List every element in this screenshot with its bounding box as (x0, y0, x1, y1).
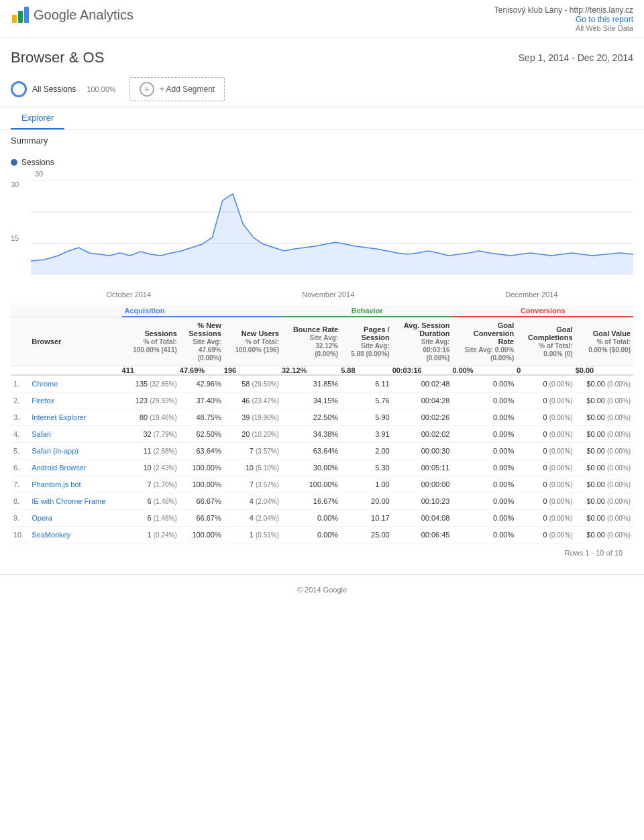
page-title-bar: Browser & OS Sep 1, 2014 - Dec 20, 2014 (0, 38, 644, 72)
totals-new-users: 196 (224, 366, 282, 376)
row-goal-conv: 0.00% (452, 510, 517, 527)
browser-col-header (11, 305, 122, 317)
row-pct-new: 37.40% (180, 392, 224, 409)
go-to-report-link[interactable]: Go to this report (576, 15, 633, 24)
all-sessions-segment[interactable]: All Sessions 100.00% (11, 81, 116, 97)
totals-sessions: 411 (122, 366, 180, 376)
row-sessions: 6 (1.46%) (122, 510, 180, 527)
segment-bar: All Sessions 100.00% + + Add Segment (0, 72, 644, 107)
browser-link[interactable]: Chrome (32, 380, 58, 388)
row-pages: 3.91 (341, 426, 392, 443)
page-title: Browser & OS (11, 49, 104, 66)
row-goal-val: $0.00 (0.00%) (576, 409, 633, 426)
row-duration: 00:02:02 (392, 426, 453, 443)
row-goal-conv: 0.00% (452, 460, 517, 476)
segment-pct: 100.00% (87, 85, 115, 93)
row-pct-new: 48.75% (180, 409, 224, 426)
row-duration: 00:02:48 (392, 375, 453, 392)
row-goal-val: $0.00 (0.00%) (576, 460, 633, 476)
totals-pages: 5.88 (341, 366, 392, 376)
row-browser: Chrome (29, 375, 121, 392)
table-row: 2. Firefox 123 (29.93%) 37.40% 46 (23.47… (11, 392, 633, 409)
row-goal-val: $0.00 (0.00%) (576, 375, 633, 392)
th-goal-conv: GoalConversionRateSite Avg: 0.00%(0.00%) (452, 317, 517, 366)
row-bounce: 34.38% (282, 426, 341, 443)
x-label-nov: November 2014 (302, 291, 354, 299)
row-goal-val: $0.00 (0.00%) (576, 443, 633, 460)
row-pages: 25.00 (341, 527, 392, 543)
table-row: 7. Phantom.js bot 7 (1.70%) 100.00% 7 (3… (11, 476, 633, 493)
row-browser: Firefox (29, 392, 121, 409)
row-pct-new: 63.64% (180, 443, 224, 460)
row-browser: Safari (29, 426, 121, 443)
chart-svg (31, 180, 633, 274)
row-num: 8. (11, 493, 29, 510)
browser-link[interactable]: Internet Explorer (32, 413, 86, 421)
row-goal-conv: 0.00% (452, 409, 517, 426)
data-table: Acquisition Behavior Conversions Browser… (11, 305, 633, 543)
behavior-group-header: Behavior (282, 305, 452, 317)
row-goal-conv: 0.00% (452, 426, 517, 443)
totals-row: 411 47.69% 196 32.12% 5.88 00:03:16 0.00… (11, 366, 633, 376)
th-goal-val: Goal Value% of Total:0.00% ($0.00) (576, 317, 633, 366)
row-goal-val: $0.00 (0.00%) (576, 493, 633, 510)
acquisition-group-header: Acquisition (122, 305, 282, 317)
browser-link[interactable]: Opera (32, 514, 52, 522)
table-row: 8. IE with Chrome Frame 6 (1.46%) 66.67%… (11, 493, 633, 510)
summary-label: Summary (0, 130, 644, 151)
row-num: 6. (11, 460, 29, 476)
row-new-users: 7 (3.57%) (224, 476, 282, 493)
row-num: 10. (11, 527, 29, 543)
row-goal-comp: 0 (0.00%) (517, 443, 575, 460)
browser-link[interactable]: Safari (in-app) (32, 447, 78, 455)
browser-link[interactable]: Firefox (32, 397, 54, 405)
column-headers-row: Browser Sessions% of Total:100.00% (411)… (11, 317, 633, 366)
row-duration: 00:00:00 (392, 476, 453, 493)
table-row: 5. Safari (in-app) 11 (2.68%) 63.64% 7 (… (11, 443, 633, 460)
th-new-users: New Users% of Total:100.00% (196) (224, 317, 282, 366)
table-row: 6. Android Browser 10 (2.43%) 100.00% 10… (11, 460, 633, 476)
browser-link[interactable]: SeaMonkey (32, 531, 70, 539)
browser-link[interactable]: IE with Chrome Frame (32, 497, 105, 505)
browser-link[interactable]: Phantom.js bot (32, 480, 80, 488)
ga-logo-icon (11, 5, 30, 24)
header-right: Tenisový klub Lány - http://tenis.lany.c… (494, 5, 633, 32)
row-pct-new: 100.00% (180, 527, 224, 543)
segment-label: All Sessions (32, 85, 76, 94)
row-new-users: 39 (19.90%) (224, 409, 282, 426)
row-bounce: 100.00% (282, 476, 341, 493)
add-segment-button[interactable]: + + Add Segment (129, 77, 225, 101)
row-bounce: 31.85% (282, 375, 341, 392)
tab-explorer[interactable]: Explorer (11, 107, 64, 129)
all-web-label: All Web Site Data (494, 24, 633, 32)
th-duration: Avg. SessionDurationSite Avg:00:03:16(0.… (392, 317, 453, 366)
chart-x-labels: October 2014 November 2014 December 2014 (31, 288, 633, 299)
row-goal-comp: 0 (0.00%) (517, 493, 575, 510)
row-pct-new: 66.67% (180, 510, 224, 527)
row-pages: 2.00 (341, 443, 392, 460)
metric-count: 30 (35, 170, 633, 178)
row-num: 4. (11, 426, 29, 443)
th-browser: Browser (29, 317, 121, 366)
table-row: 4. Safari 32 (7.79%) 62.50% 20 (10.20%) … (11, 426, 633, 443)
row-num: 5. (11, 443, 29, 460)
y-label-mid: 15 (11, 234, 31, 242)
row-pages: 1.00 (341, 476, 392, 493)
svg-rect-2 (24, 7, 29, 23)
browser-link[interactable]: Safari (32, 430, 51, 438)
row-browser: SeaMonkey (29, 527, 121, 543)
svg-rect-1 (18, 11, 23, 23)
segment-circle-icon (11, 81, 27, 97)
row-goal-conv: 0.00% (452, 476, 517, 493)
chart-area: Sessions 30 30 15 October 2014 November … (0, 151, 644, 299)
row-pct-new: 100.00% (180, 460, 224, 476)
row-browser: IE with Chrome Frame (29, 493, 121, 510)
th-num (11, 317, 29, 366)
row-new-users: 4 (2.04%) (224, 510, 282, 527)
row-pct-new: 62.50% (180, 426, 224, 443)
row-sessions: 7 (1.70%) (122, 476, 180, 493)
row-pct-new: 42.96% (180, 375, 224, 392)
metric-dot-icon (11, 159, 17, 166)
row-goal-val: $0.00 (0.00%) (576, 527, 633, 543)
browser-link[interactable]: Android Browser (32, 464, 86, 472)
